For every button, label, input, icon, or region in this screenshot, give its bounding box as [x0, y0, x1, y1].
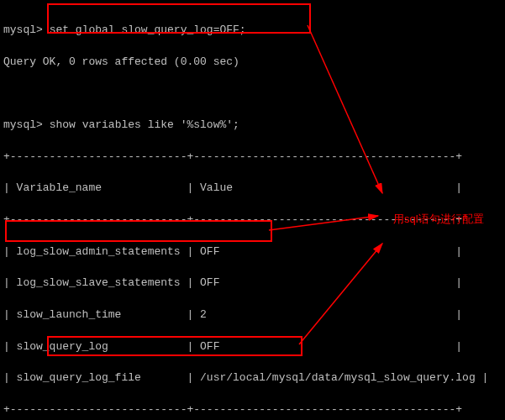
table-row: | log_slow_slave_statements | OFF | — [3, 276, 502, 291]
table-border: +---------------------------+-----------… — [3, 402, 502, 418]
table-row: | slow_launch_time | 2 | — [3, 307, 502, 323]
table-row: | slow_query_log_file | /usr/local/mysql… — [3, 370, 502, 386]
sql-command-set-off: set global slow_query_log=OFF; — [50, 24, 246, 36]
sql-command-show-vars: show variables like '%slow%'; — [50, 118, 239, 131]
mysql-prompt: mysql> — [3, 118, 43, 131]
table-header: | Variable_name | Value | — [3, 181, 502, 197]
mysql-prompt: mysql> — [3, 24, 43, 36]
query-response: Query OK, 0 rows affected (0.00 sec) — [3, 55, 502, 71]
terminal-output: mysql> set global slow_query_log=OFF; Qu… — [0, 0, 505, 420]
annotation-label: 用sql语句进行配置 — [393, 212, 484, 227]
table-border: +---------------------------+-----------… — [3, 150, 502, 165]
table-row: | log_slow_admin_statements | OFF | — [3, 244, 502, 260]
table-row: | slow_query_log | OFF | — [3, 339, 502, 355]
